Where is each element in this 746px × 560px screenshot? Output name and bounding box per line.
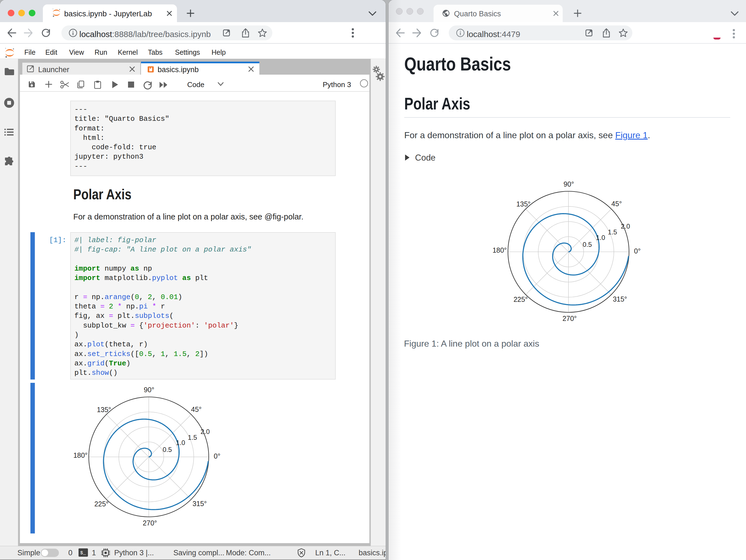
svg-text:2.0: 2.0 [200,428,209,435]
svg-text:0°: 0° [634,247,641,255]
svg-text:90°: 90° [144,386,154,393]
svg-text:1.5: 1.5 [608,228,617,236]
svg-text:0.5: 0.5 [163,446,172,453]
svg-text:0°: 0° [214,452,220,460]
svg-text:$_: $_ [80,550,86,556]
svg-text:225°: 225° [94,500,109,508]
svg-text:135°: 135° [97,406,111,413]
svg-text:180°: 180° [73,451,88,459]
svg-text:90°: 90° [564,180,574,188]
svg-text:135°: 135° [516,200,530,208]
svg-text:45°: 45° [191,406,202,413]
svg-text:180°: 180° [492,246,507,254]
svg-text:2.0: 2.0 [621,223,630,230]
svg-text:270°: 270° [563,315,577,322]
svg-text:1.0: 1.0 [176,439,185,446]
svg-text:1.5: 1.5 [188,434,197,441]
svg-text:315°: 315° [613,295,627,303]
svg-text:225°: 225° [513,295,528,303]
svg-text:1.0: 1.0 [596,234,605,241]
svg-text:315°: 315° [193,500,207,507]
svg-text:0.5: 0.5 [582,241,592,248]
svg-text:45°: 45° [611,200,622,208]
svg-text:270°: 270° [143,519,157,527]
